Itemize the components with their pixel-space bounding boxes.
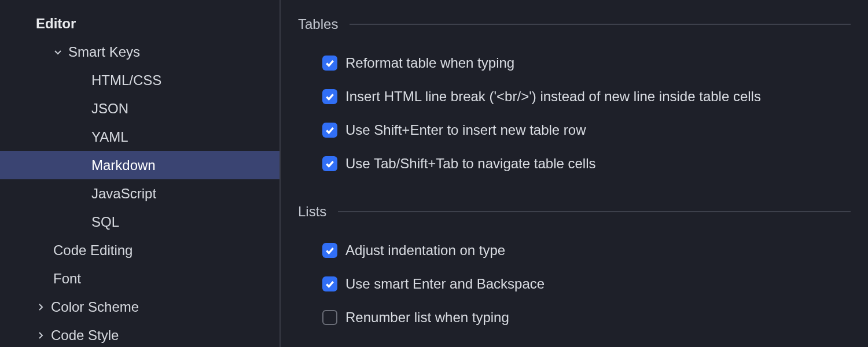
sidebar-item-label: HTML/CSS bbox=[91, 72, 161, 88]
sidebar-item-code-style[interactable]: Code Style bbox=[0, 321, 279, 347]
option-label: Use smart Enter and Backspace bbox=[345, 276, 545, 292]
checkbox[interactable] bbox=[322, 123, 337, 138]
option-label: Use Tab/Shift+Tab to navigate table cell… bbox=[345, 156, 596, 172]
option-reformat-table-when-typing[interactable]: Reformat table when typing bbox=[298, 46, 851, 80]
sidebar-item-font[interactable]: Font bbox=[0, 264, 279, 293]
sidebar-item-label: Smart Keys bbox=[68, 44, 140, 60]
chevron-down-icon bbox=[53, 47, 62, 57]
sidebar-item-code-editing[interactable]: Code Editing bbox=[0, 236, 279, 264]
option-label: Use Shift+Enter to insert new table row bbox=[345, 122, 586, 138]
sidebar-item-label: SQL bbox=[91, 214, 119, 230]
chevron-right-icon bbox=[36, 331, 45, 340]
settings-sidebar: EditorSmart KeysHTML/CSSJSONYAMLMarkdown… bbox=[0, 0, 281, 347]
option-label: Insert HTML line break ('<br/>') instead… bbox=[345, 88, 761, 105]
section-title: Lists bbox=[298, 204, 338, 220]
sidebar-item-label: Color Scheme bbox=[51, 299, 139, 315]
settings-panel: TablesReformat table when typingInsert H… bbox=[281, 0, 868, 347]
sidebar-item-label: YAML bbox=[91, 129, 128, 145]
checkbox[interactable] bbox=[322, 89, 337, 104]
option-label: Reformat table when typing bbox=[345, 55, 514, 71]
sidebar-item-label: JSON bbox=[91, 101, 128, 117]
option-adjust-indentation-on-type[interactable]: Adjust indentation on type bbox=[298, 234, 851, 267]
checkbox[interactable] bbox=[322, 156, 337, 171]
sidebar-item-markdown[interactable]: Markdown bbox=[0, 151, 279, 179]
sidebar-item-color-scheme[interactable]: Color Scheme bbox=[0, 293, 279, 321]
option-use-smart-enter-and-backspace[interactable]: Use smart Enter and Backspace bbox=[298, 267, 851, 301]
checkbox[interactable] bbox=[322, 310, 337, 325]
section-header: Tables bbox=[298, 16, 851, 32]
section-lists: ListsAdjust indentation on typeUse smart… bbox=[298, 204, 851, 334]
sidebar-item-label: Code Editing bbox=[53, 242, 133, 259]
sidebar-item-label: JavaScript bbox=[91, 186, 156, 202]
chevron-right-icon bbox=[36, 302, 45, 312]
section-title: Tables bbox=[298, 16, 350, 32]
section-header: Lists bbox=[298, 204, 851, 220]
sidebar-item-label: Font bbox=[53, 271, 81, 287]
option-use-shift-enter-to-insert-new-table-row[interactable]: Use Shift+Enter to insert new table row bbox=[298, 113, 851, 147]
sidebar-item-smart-keys[interactable]: Smart Keys bbox=[0, 38, 279, 66]
checkbox[interactable] bbox=[322, 276, 337, 291]
sidebar-item-sql[interactable]: SQL bbox=[0, 208, 279, 236]
option-label: Adjust indentation on type bbox=[345, 242, 505, 259]
option-use-tab-shift-tab-to-navigate-table-cells[interactable]: Use Tab/Shift+Tab to navigate table cell… bbox=[298, 147, 851, 180]
section-rule bbox=[338, 211, 851, 212]
sidebar-item-editor[interactable]: Editor bbox=[0, 9, 279, 38]
sidebar-item-html-css[interactable]: HTML/CSS bbox=[0, 66, 279, 94]
sidebar-item-label: Editor bbox=[36, 16, 76, 32]
option-renumber-list-when-typing[interactable]: Renumber list when typing bbox=[298, 301, 851, 334]
sidebar-item-label: Markdown bbox=[91, 157, 156, 174]
section-rule bbox=[350, 24, 851, 25]
sidebar-item-label: Code Style bbox=[51, 327, 119, 344]
sidebar-item-javascript[interactable]: JavaScript bbox=[0, 179, 279, 208]
option-insert-html-line-break-br-instead-of-new-line-inside-table-cells[interactable]: Insert HTML line break ('<br/>') instead… bbox=[298, 80, 851, 113]
sidebar-item-yaml[interactable]: YAML bbox=[0, 123, 279, 151]
sidebar-item-json[interactable]: JSON bbox=[0, 94, 279, 123]
checkbox[interactable] bbox=[322, 56, 337, 71]
section-tables: TablesReformat table when typingInsert H… bbox=[298, 16, 851, 180]
option-label: Renumber list when typing bbox=[345, 309, 509, 326]
checkbox[interactable] bbox=[322, 243, 337, 258]
